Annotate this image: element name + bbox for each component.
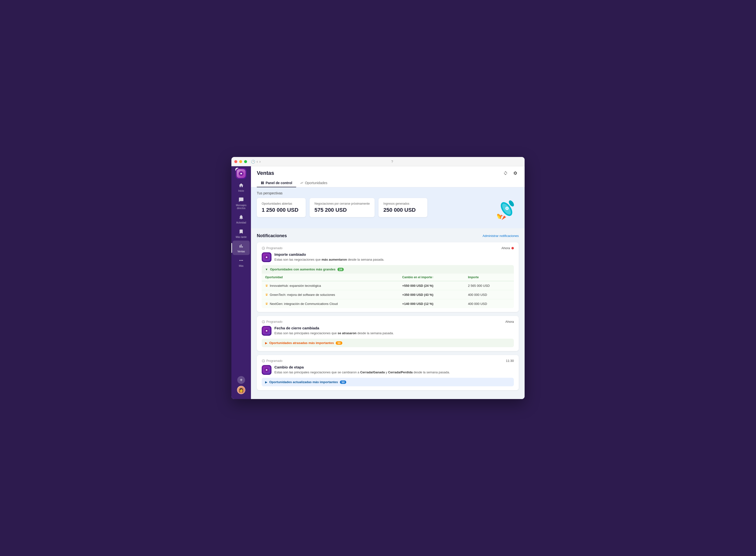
notif-header-2: Programado Ahora [262, 320, 514, 323]
expand-count-3: 50 [340, 380, 346, 384]
rocket-illustration [489, 198, 519, 223]
perspectives-section: Tus perspectivas Oportunidades abiertas … [251, 187, 525, 229]
notif-header-1: Programado Ahora [262, 246, 514, 250]
notification-card-2: Programado Ahora [257, 316, 519, 351]
sidebar-item-mas[interactable]: Más [231, 255, 251, 270]
table-row: ♛ InnovateHub: expansión tecnológica +55… [262, 281, 514, 290]
notif-desc-after-1: desde la semana pasada. [347, 258, 384, 262]
add-button[interactable]: + [237, 376, 245, 384]
opp-amount-1: 2 565 000 USD [464, 281, 514, 290]
notifications-title: Notificaciones [257, 233, 287, 238]
clock-icon-1 [262, 246, 265, 250]
schedule-text-3: Programado [266, 359, 282, 362]
minimize-button[interactable] [239, 160, 242, 163]
card-negociaciones: Negociaciones por cerrarse próximamente … [310, 198, 375, 217]
bell-icon [238, 214, 244, 220]
notif-desc-2: Estas son las principales negociaciones … [274, 331, 394, 336]
card-negociaciones-value: 575 200 USD [314, 207, 370, 213]
dots-icon [238, 257, 244, 264]
title-bar: 🕐 ‹ › ? [231, 157, 525, 166]
notif-body-3: Cambio de etapa Estas son las principale… [262, 365, 514, 375]
forward-button[interactable]: › [259, 160, 261, 164]
mas-nav[interactable]: Más [233, 255, 250, 270]
notif-body-2: Fecha de cierre cambiada Estas son las p… [262, 326, 514, 336]
message-icon [238, 196, 244, 203]
expand-arrow-1: ▼ [265, 268, 268, 271]
title-bar-center: ? [263, 160, 522, 164]
opp-name-3: NextGen: integración de Communications C… [270, 302, 338, 306]
sidebar-item-ventas[interactable]: Ventas [231, 241, 251, 255]
schedule-text-2: Programado [266, 320, 282, 323]
notif-desc-bold-1: más aumentaron [322, 258, 347, 262]
card-oportunidades-abiertas: Oportunidades abiertas 1 250 000 USD [257, 198, 306, 217]
expand-arrow-2: ▶ [265, 341, 267, 345]
notif-app-icon-inner-1 [263, 253, 270, 261]
svg-point-10 [266, 256, 267, 258]
panel-icon [261, 181, 264, 184]
expand-header-3[interactable]: ▶ Oportunidades actualizadas más importa… [262, 378, 514, 386]
notif-app-icon-3 [262, 365, 271, 375]
sidebar-item-mastarde[interactable]: Más tarde [231, 226, 251, 241]
opp-name-2: GreenTech: mejora del software de soluci… [270, 293, 335, 297]
opp-change-3: +140 000 USD (12 %) [399, 299, 464, 308]
sidebar-bottom: + 👩 [237, 376, 245, 397]
tab-panel-control[interactable]: Panel de control [257, 179, 296, 187]
close-button[interactable] [234, 160, 237, 163]
user-avatar[interactable]: 👩 [237, 386, 245, 394]
maximize-button[interactable] [244, 160, 247, 163]
crown-icon-2: ♛ [265, 293, 268, 297]
mensajes-nav[interactable]: Mensajesdirectos [233, 195, 250, 212]
sidebar-item-inicio[interactable]: Inicio [231, 180, 251, 195]
notif-time-3: 11:30 [506, 359, 514, 362]
sidebar-item-actividad[interactable]: Actividad [231, 212, 251, 226]
refresh-icon[interactable] [502, 170, 509, 177]
inicio-label: Inicio [238, 189, 244, 193]
notif-app-icon-1 [262, 252, 271, 262]
notif-title-3: Cambio de etapa [274, 365, 450, 369]
settings-icon[interactable] [512, 170, 519, 177]
sales-icon-2 [264, 328, 269, 334]
help-icon[interactable]: ? [391, 160, 393, 164]
ventas-nav[interactable]: Ventas [233, 241, 250, 255]
expand-section-1: ▼ Oportunidades con aumentos más grandes… [262, 265, 514, 308]
sales-icon-1 [264, 254, 269, 260]
svg-point-1 [240, 173, 242, 174]
perspectives-title: Tus perspectivas [257, 191, 519, 195]
navigation-controls: 🕐 ‹ › [251, 160, 261, 164]
perspectives-cards: Oportunidades abiertas 1 250 000 USD Neg… [257, 198, 519, 223]
tab-oportunidades[interactable]: Oportunidades [296, 179, 331, 187]
sales-icon-3 [264, 367, 269, 373]
app-logo-svg [238, 171, 244, 177]
expand-header-1[interactable]: ▼ Oportunidades con aumentos más grandes… [262, 265, 514, 274]
chart-bar-icon [238, 243, 244, 249]
card-oportunidades-value: 1 250 000 USD [262, 207, 301, 213]
notif-text-2: Fecha de cierre cambiada Estas son las p… [274, 326, 394, 336]
app-window: 🕐 ‹ › ? 2 [231, 157, 525, 399]
notif-time-2: Ahora [505, 320, 514, 323]
inicio-nav[interactable]: Inicio [233, 180, 250, 195]
expand-count-2: 50 [336, 341, 342, 345]
time-text-1: Ahora [501, 246, 510, 250]
main-layout: 2 Inicio [231, 166, 525, 399]
notif-time-1: Ahora [501, 246, 514, 250]
notif-desc-before-3: Estas son las principales negociaciones … [274, 371, 360, 374]
tab-panel-label: Panel de control [266, 181, 292, 185]
actividad-nav[interactable]: Actividad [233, 212, 250, 226]
notifications-section: Notificaciones Administrar notificacione… [251, 229, 525, 399]
card-ingresos-label: Ingresos generados [383, 202, 422, 205]
manage-notifications-link[interactable]: Administrar notificaciones [483, 234, 519, 238]
mastarde-nav[interactable]: Más tarde [233, 226, 250, 241]
expand-arrow-3: ▶ [265, 380, 267, 384]
notif-desc-bold1-3: Cerrada/Ganada [360, 371, 385, 374]
expand-header-2[interactable]: ▶ Oportunidades atrasadas más importante… [262, 339, 514, 347]
red-dot-1 [512, 247, 514, 249]
app-logo[interactable] [236, 168, 247, 179]
notif-desc-after-3: desde la semana pasada. [413, 371, 450, 374]
clock-icon-3 [262, 359, 265, 362]
sidebar: 2 Inicio [231, 166, 251, 399]
sidebar-item-mensajes[interactable]: Mensajesdirectos [231, 195, 251, 212]
back-button[interactable]: ‹ [257, 160, 258, 164]
home-icon [238, 182, 244, 189]
notif-body-1: Importe cambiado Estas son las negociaci… [262, 252, 514, 262]
notif-desc-after-2: desde la semana pasada. [356, 331, 394, 335]
